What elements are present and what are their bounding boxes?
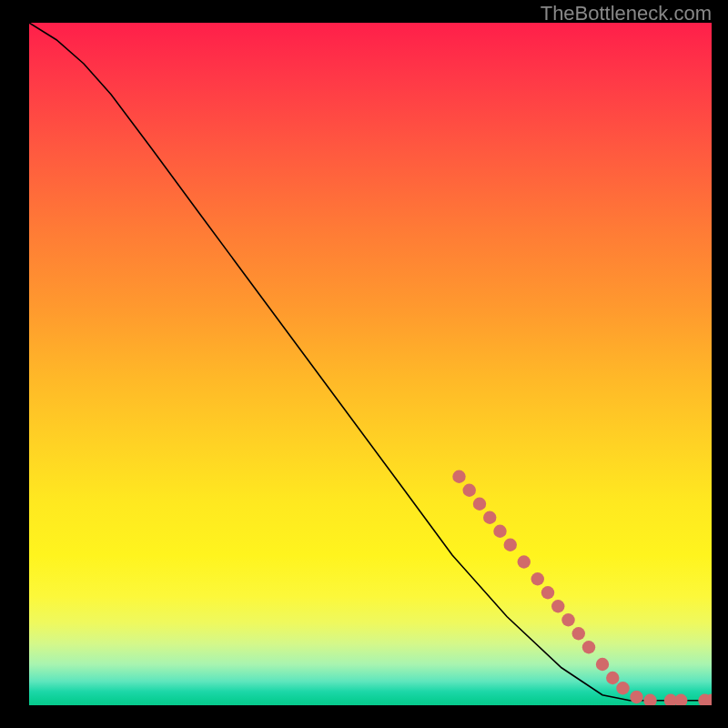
data-marker xyxy=(483,511,496,524)
data-marker xyxy=(452,470,465,483)
attribution-text: TheBottleneck.com xyxy=(541,2,712,25)
data-marker xyxy=(582,641,595,653)
data-marker xyxy=(616,682,629,694)
data-marker xyxy=(630,691,642,703)
markers-group xyxy=(452,470,712,705)
data-marker xyxy=(643,694,656,705)
data-marker xyxy=(518,555,531,568)
data-marker xyxy=(572,627,585,640)
data-marker xyxy=(606,672,619,684)
data-marker xyxy=(531,572,544,585)
data-marker xyxy=(463,484,476,497)
data-marker xyxy=(596,658,609,671)
data-marker xyxy=(674,694,687,705)
data-marker xyxy=(551,600,564,612)
data-marker xyxy=(504,539,517,551)
data-marker xyxy=(493,525,506,538)
plot-area xyxy=(29,23,712,705)
curve-line xyxy=(29,23,712,701)
data-marker xyxy=(561,613,574,626)
data-marker xyxy=(541,586,554,599)
chart-svg xyxy=(29,23,712,705)
data-marker xyxy=(473,498,486,511)
